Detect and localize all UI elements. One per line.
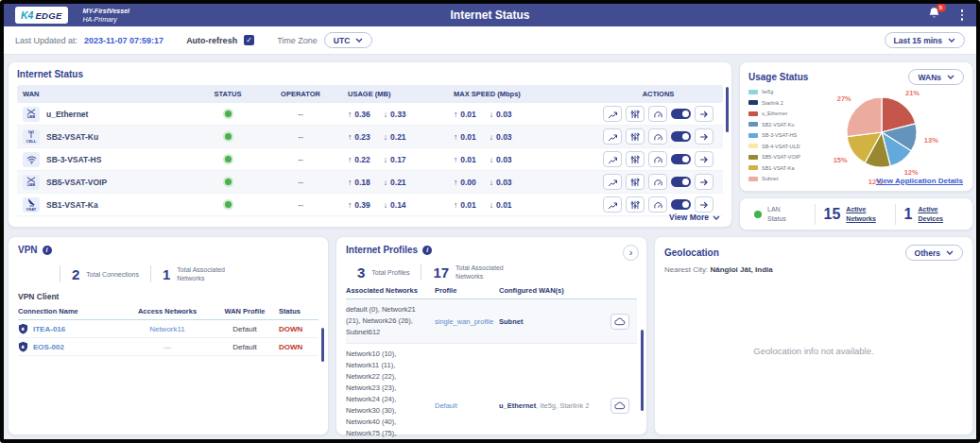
up-arrow-icon: ↑	[454, 132, 457, 142]
active-networks-count: 15	[824, 206, 841, 223]
wan-table-body: LBBu_Ethernet--↑0.36↓0.33↑0.01↓0.03CELLS…	[17, 103, 723, 216]
configure-wan-button[interactable]	[626, 106, 645, 122]
chevron-down-icon	[948, 38, 955, 43]
wan-details-button[interactable]	[695, 174, 714, 190]
legend-label: Subnet	[762, 176, 778, 181]
configure-wan-button[interactable]	[626, 128, 645, 145]
profile-link[interactable]: single_wan_profile	[435, 317, 499, 326]
top-bar: K4 EDGE MY-FirstVessel HA-Primary Intern…	[4, 4, 976, 26]
wan-enable-toggle[interactable]	[671, 154, 691, 164]
access-networks-cell[interactable]: Network11	[124, 325, 211, 333]
down-arrow-icon: ↓	[490, 132, 493, 142]
legend-item: SB-4-VSAT-ULD	[748, 144, 800, 149]
stat-label: Total Profiles	[371, 268, 409, 277]
up-arrow-icon: ↑	[454, 155, 457, 164]
wan-details-button[interactable]	[695, 151, 714, 167]
wan-details-button[interactable]	[695, 196, 714, 213]
nearest-city-label: Nearest City:	[664, 265, 708, 274]
logo-k4: K4	[21, 9, 33, 21]
nearest-city: Nearest City: Nāngloi Jāt, India	[664, 265, 963, 274]
usage-filter-select[interactable]: WANs	[908, 69, 964, 85]
push-config-button[interactable]	[610, 314, 629, 330]
speed-test-button[interactable]	[648, 128, 667, 145]
speed-test-button[interactable]	[648, 106, 667, 122]
wan-enable-toggle[interactable]	[671, 199, 691, 210]
info-icon[interactable]: i	[43, 246, 52, 255]
legend-label: Ite5g	[762, 89, 773, 94]
up-arrow-icon: ↑	[348, 200, 352, 210]
vsat-wan-icon: VSAT	[23, 197, 40, 213]
profile-link[interactable]: Default	[435, 401, 499, 410]
usage-cell: ↑0.23↓0.21	[344, 132, 450, 142]
wan-cell: CELLSB2-VSAT-Ku	[17, 129, 198, 145]
panel-title: Geolocation	[664, 247, 719, 258]
up-arrow-icon: ↑	[454, 110, 457, 119]
vpn-connection-link[interactable]: EOS-002	[18, 341, 124, 352]
scrollbar-thumb[interactable]	[641, 330, 645, 411]
usage-status-panel: Usage Status WANs Ite5gStarlink 2u_Ether…	[739, 61, 973, 192]
pie-slice-label: 27%	[837, 94, 851, 103]
vpn-panel: VPN i 2Total Connections1Total Associate…	[8, 236, 329, 435]
down-arrow-icon: ↓	[490, 155, 493, 164]
lan-status-label: LAN Status	[767, 205, 799, 222]
view-more-button[interactable]: View More	[669, 213, 720, 222]
time-range-select[interactable]: Last 15 mins	[885, 32, 966, 48]
wan-cell: LBBSB5-VSAT-VOIP	[17, 175, 198, 190]
scrollbar-thumb[interactable]	[321, 328, 325, 362]
configure-wan-button[interactable]	[626, 151, 645, 167]
last-updated-label: Last Updated at:	[15, 36, 77, 45]
vpn-status: DOWN	[279, 343, 318, 351]
timezone-select[interactable]: UTC	[324, 32, 372, 48]
legend-chip	[748, 100, 758, 105]
view-more-label: View More	[669, 213, 709, 222]
usage-chart-button[interactable]	[603, 174, 622, 190]
speed-test-button[interactable]	[648, 174, 667, 190]
usage-chart-button[interactable]	[603, 151, 622, 167]
active-devices-link[interactable]: Active Devices	[918, 205, 954, 222]
wan-row: LBBu_Ethernet--↑0.36↓0.33↑0.01↓0.03	[17, 103, 723, 126]
wan-profile-cell: Default	[211, 325, 279, 333]
speed-test-button[interactable]	[648, 196, 667, 213]
status-dot	[225, 179, 232, 185]
wan-enable-toggle[interactable]	[671, 109, 691, 119]
active-networks-link[interactable]: Active Networks	[846, 205, 885, 222]
wan-enable-toggle[interactable]	[671, 131, 691, 142]
wan-details-button[interactable]	[695, 128, 714, 145]
wan-details-button[interactable]	[695, 106, 714, 122]
wan-enable-toggle[interactable]	[671, 177, 691, 187]
ha-label: HA-Primary	[83, 15, 129, 24]
view-application-details-link[interactable]: View Application Details	[876, 177, 963, 185]
stat-label: Total Connections	[86, 270, 139, 279]
status-dot	[225, 201, 232, 208]
legend-item: Starlink 2	[748, 100, 800, 106]
usage-chart-button[interactable]	[603, 128, 622, 145]
configure-wan-button[interactable]	[626, 174, 645, 190]
notifications-button[interactable]: 5	[928, 7, 940, 24]
expand-panel-button[interactable]: ›	[623, 245, 639, 261]
chevron-down-icon	[946, 250, 954, 255]
status-cell	[198, 110, 257, 119]
legend-chip	[748, 155, 758, 160]
vpn-connection-link[interactable]: ITEA-016	[18, 323, 124, 334]
overflow-menu-button[interactable]	[959, 8, 966, 23]
speed-test-button[interactable]	[648, 151, 667, 167]
actions-cell	[593, 106, 723, 122]
wan-cell: SB-3-VSAT-HS	[17, 152, 198, 167]
pie-legend: Ite5gStarlink 2u_EthernetSB2-VSAT-KuSB-3…	[748, 89, 800, 187]
usage-chart-button[interactable]	[603, 106, 622, 122]
configure-wan-button[interactable]	[626, 196, 645, 213]
auto-refresh-checkbox[interactable]: ✓	[244, 35, 254, 45]
push-config-button[interactable]	[610, 398, 629, 414]
profiles-stats: 3Total Profiles17Total Associated Networ…	[346, 264, 637, 281]
column-header: MAX SPEED (Mbps)	[450, 90, 593, 98]
up-arrow-icon: ↑	[454, 178, 457, 187]
usage-chart-button[interactable]	[603, 196, 622, 213]
pie-slice	[882, 124, 917, 151]
geolocation-filter-select[interactable]: Others	[905, 245, 963, 261]
wan-name: SB5-VSAT-VOIP	[46, 178, 107, 187]
status-cell	[198, 178, 257, 187]
active-devices-item: 1 Active Devices	[895, 204, 967, 225]
scrollbar-thumb[interactable]	[726, 87, 730, 132]
associated-networks-cell: Network10 (10), Network11 (11), Network2…	[346, 349, 435, 443]
info-icon[interactable]: i	[422, 246, 432, 255]
